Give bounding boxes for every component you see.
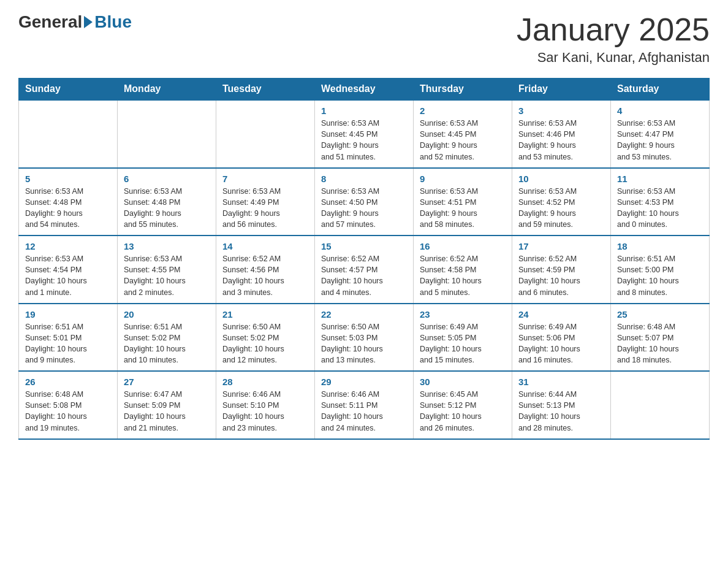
day-number: 31 xyxy=(518,377,604,387)
calendar-cell xyxy=(118,100,216,168)
day-info: Sunrise: 6:45 AM Sunset: 5:12 PM Dayligh… xyxy=(420,389,506,434)
day-number: 24 xyxy=(518,309,604,320)
day-info: Sunrise: 6:53 AM Sunset: 4:48 PM Dayligh… xyxy=(25,186,111,231)
day-info: Sunrise: 6:53 AM Sunset: 4:54 PM Dayligh… xyxy=(25,253,111,298)
weekday-header-wednesday: Wednesday xyxy=(315,79,414,101)
day-info: Sunrise: 6:49 AM Sunset: 5:06 PM Dayligh… xyxy=(518,321,604,366)
weekday-header-thursday: Thursday xyxy=(414,79,512,101)
day-number: 10 xyxy=(518,174,604,184)
calendar-cell: 25Sunrise: 6:48 AM Sunset: 5:07 PM Dayli… xyxy=(611,304,710,372)
calendar-cell: 15Sunrise: 6:52 AM Sunset: 4:57 PM Dayli… xyxy=(315,236,414,304)
day-info: Sunrise: 6:44 AM Sunset: 5:13 PM Dayligh… xyxy=(518,389,604,434)
day-info: Sunrise: 6:53 AM Sunset: 4:50 PM Dayligh… xyxy=(321,186,407,231)
day-info: Sunrise: 6:53 AM Sunset: 4:51 PM Dayligh… xyxy=(420,186,506,231)
day-info: Sunrise: 6:50 AM Sunset: 5:02 PM Dayligh… xyxy=(222,321,308,366)
day-info: Sunrise: 6:49 AM Sunset: 5:05 PM Dayligh… xyxy=(420,321,506,366)
day-number: 30 xyxy=(420,377,506,387)
calendar-cell: 8Sunrise: 6:53 AM Sunset: 4:50 PM Daylig… xyxy=(315,168,414,236)
day-info: Sunrise: 6:48 AM Sunset: 5:07 PM Dayligh… xyxy=(617,321,703,366)
day-info: Sunrise: 6:53 AM Sunset: 4:45 PM Dayligh… xyxy=(420,118,506,163)
day-number: 19 xyxy=(25,309,111,320)
logo-arrow-icon xyxy=(84,16,93,28)
calendar-title: January 2025 xyxy=(517,12,710,47)
calendar-cell: 13Sunrise: 6:53 AM Sunset: 4:55 PM Dayli… xyxy=(118,236,216,304)
calendar-cell: 22Sunrise: 6:50 AM Sunset: 5:03 PM Dayli… xyxy=(315,304,414,372)
week-row-5: 26Sunrise: 6:48 AM Sunset: 5:08 PM Dayli… xyxy=(19,371,710,439)
day-number: 3 xyxy=(518,105,604,116)
calendar-cell: 27Sunrise: 6:47 AM Sunset: 5:09 PM Dayli… xyxy=(118,371,216,439)
day-number: 22 xyxy=(321,309,407,320)
day-info: Sunrise: 6:50 AM Sunset: 5:03 PM Dayligh… xyxy=(321,321,407,366)
day-number: 5 xyxy=(25,174,111,184)
day-number: 18 xyxy=(617,241,703,251)
day-number: 17 xyxy=(518,241,604,251)
day-info: Sunrise: 6:53 AM Sunset: 4:46 PM Dayligh… xyxy=(518,118,604,163)
logo-general-text: General xyxy=(18,12,82,32)
day-info: Sunrise: 6:52 AM Sunset: 4:57 PM Dayligh… xyxy=(321,253,407,298)
day-info: Sunrise: 6:51 AM Sunset: 5:02 PM Dayligh… xyxy=(124,321,210,366)
title-block: January 2025 Sar Kani, Kunar, Afghanista… xyxy=(517,12,710,66)
calendar-cell: 4Sunrise: 6:53 AM Sunset: 4:47 PM Daylig… xyxy=(611,100,710,168)
calendar-cell: 28Sunrise: 6:46 AM Sunset: 5:10 PM Dayli… xyxy=(216,371,315,439)
day-info: Sunrise: 6:51 AM Sunset: 5:01 PM Dayligh… xyxy=(25,321,111,366)
calendar-cell xyxy=(19,100,118,168)
day-number: 26 xyxy=(25,377,111,387)
logo: General Blue xyxy=(18,12,132,32)
day-info: Sunrise: 6:53 AM Sunset: 4:49 PM Dayligh… xyxy=(222,186,308,231)
day-info: Sunrise: 6:53 AM Sunset: 4:53 PM Dayligh… xyxy=(617,186,703,231)
calendar-cell: 6Sunrise: 6:53 AM Sunset: 4:48 PM Daylig… xyxy=(118,168,216,236)
day-info: Sunrise: 6:47 AM Sunset: 5:09 PM Dayligh… xyxy=(124,389,210,434)
weekday-header-sunday: Sunday xyxy=(19,79,118,101)
calendar-subtitle: Sar Kani, Kunar, Afghanistan xyxy=(517,50,710,66)
day-number: 15 xyxy=(321,241,407,251)
calendar-cell: 16Sunrise: 6:52 AM Sunset: 4:58 PM Dayli… xyxy=(414,236,512,304)
day-number: 16 xyxy=(420,241,506,251)
weekday-header-tuesday: Tuesday xyxy=(216,79,315,101)
day-number: 23 xyxy=(420,309,506,320)
calendar-cell: 24Sunrise: 6:49 AM Sunset: 5:06 PM Dayli… xyxy=(512,304,611,372)
day-info: Sunrise: 6:52 AM Sunset: 4:56 PM Dayligh… xyxy=(222,253,308,298)
day-number: 13 xyxy=(124,241,210,251)
day-info: Sunrise: 6:52 AM Sunset: 4:58 PM Dayligh… xyxy=(420,253,506,298)
day-info: Sunrise: 6:53 AM Sunset: 4:47 PM Dayligh… xyxy=(617,118,703,163)
calendar-cell: 20Sunrise: 6:51 AM Sunset: 5:02 PM Dayli… xyxy=(118,304,216,372)
calendar-cell: 17Sunrise: 6:52 AM Sunset: 4:59 PM Dayli… xyxy=(512,236,611,304)
calendar-cell: 31Sunrise: 6:44 AM Sunset: 5:13 PM Dayli… xyxy=(512,371,611,439)
day-info: Sunrise: 6:46 AM Sunset: 5:10 PM Dayligh… xyxy=(222,389,308,434)
week-row-1: 1Sunrise: 6:53 AM Sunset: 4:45 PM Daylig… xyxy=(19,100,710,168)
page-header: General Blue January 2025 Sar Kani, Kuna… xyxy=(18,12,710,66)
weekday-header-saturday: Saturday xyxy=(611,79,710,101)
weekday-header-monday: Monday xyxy=(118,79,216,101)
calendar-cell: 7Sunrise: 6:53 AM Sunset: 4:49 PM Daylig… xyxy=(216,168,315,236)
day-info: Sunrise: 6:46 AM Sunset: 5:11 PM Dayligh… xyxy=(321,389,407,434)
calendar-cell: 26Sunrise: 6:48 AM Sunset: 5:08 PM Dayli… xyxy=(19,371,118,439)
day-info: Sunrise: 6:53 AM Sunset: 4:48 PM Dayligh… xyxy=(124,186,210,231)
calendar-cell: 23Sunrise: 6:49 AM Sunset: 5:05 PM Dayli… xyxy=(414,304,512,372)
calendar-cell: 5Sunrise: 6:53 AM Sunset: 4:48 PM Daylig… xyxy=(19,168,118,236)
calendar-cell: 12Sunrise: 6:53 AM Sunset: 4:54 PM Dayli… xyxy=(19,236,118,304)
calendar-cell xyxy=(216,100,315,168)
day-info: Sunrise: 6:53 AM Sunset: 4:45 PM Dayligh… xyxy=(321,118,407,163)
calendar-cell: 1Sunrise: 6:53 AM Sunset: 4:45 PM Daylig… xyxy=(315,100,414,168)
calendar-cell: 30Sunrise: 6:45 AM Sunset: 5:12 PM Dayli… xyxy=(414,371,512,439)
calendar-cell: 19Sunrise: 6:51 AM Sunset: 5:01 PM Dayli… xyxy=(19,304,118,372)
weekday-header-row: SundayMondayTuesdayWednesdayThursdayFrid… xyxy=(19,79,710,101)
week-row-2: 5Sunrise: 6:53 AM Sunset: 4:48 PM Daylig… xyxy=(19,168,710,236)
day-info: Sunrise: 6:53 AM Sunset: 4:52 PM Dayligh… xyxy=(518,186,604,231)
day-number: 8 xyxy=(321,174,407,184)
calendar-cell: 11Sunrise: 6:53 AM Sunset: 4:53 PM Dayli… xyxy=(611,168,710,236)
calendar-table: SundayMondayTuesdayWednesdayThursdayFrid… xyxy=(18,78,710,440)
calendar-cell: 2Sunrise: 6:53 AM Sunset: 4:45 PM Daylig… xyxy=(414,100,512,168)
day-number: 11 xyxy=(617,174,703,184)
day-number: 1 xyxy=(321,105,407,116)
weekday-header-friday: Friday xyxy=(512,79,611,101)
calendar-cell: 18Sunrise: 6:51 AM Sunset: 5:00 PM Dayli… xyxy=(611,236,710,304)
day-number: 14 xyxy=(222,241,308,251)
day-number: 27 xyxy=(124,377,210,387)
calendar-cell: 21Sunrise: 6:50 AM Sunset: 5:02 PM Dayli… xyxy=(216,304,315,372)
day-number: 25 xyxy=(617,309,703,320)
day-number: 7 xyxy=(222,174,308,184)
day-number: 6 xyxy=(124,174,210,184)
day-info: Sunrise: 6:51 AM Sunset: 5:00 PM Dayligh… xyxy=(617,253,703,298)
calendar-cell: 29Sunrise: 6:46 AM Sunset: 5:11 PM Dayli… xyxy=(315,371,414,439)
